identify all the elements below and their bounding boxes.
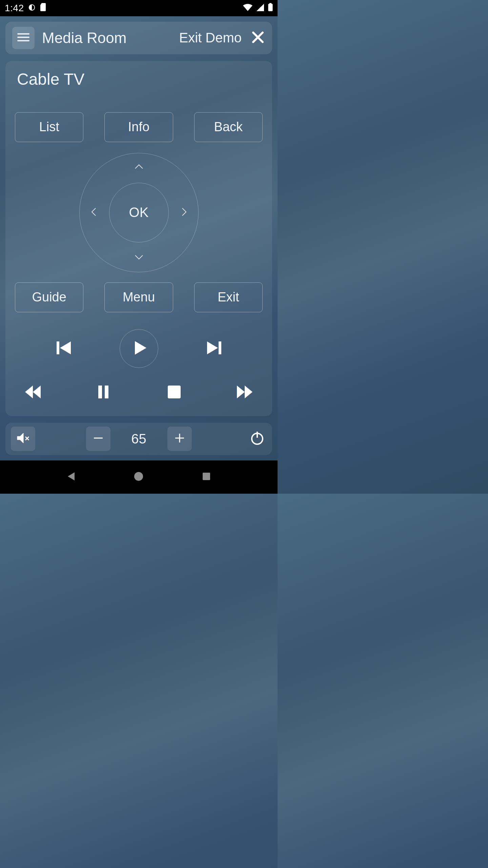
svg-point-29 <box>134 472 143 481</box>
plus-icon <box>172 431 187 447</box>
mute-button[interactable] <box>11 427 35 451</box>
close-icon <box>251 31 265 45</box>
transport-row-2 <box>15 381 263 405</box>
menu-button[interactable]: Menu <box>104 282 173 312</box>
skip-next-icon <box>205 339 223 358</box>
exit-button[interactable]: Exit <box>194 282 263 312</box>
volume-level: 65 <box>125 431 152 447</box>
transport-row-1 <box>15 329 263 368</box>
svg-marker-14 <box>33 386 41 398</box>
skip-next-button[interactable] <box>202 337 226 360</box>
guide-button[interactable]: Guide <box>15 282 83 312</box>
chevron-left-icon <box>89 207 99 218</box>
power-button[interactable] <box>248 429 267 448</box>
svg-marker-13 <box>25 386 33 398</box>
sd-card-icon <box>40 3 46 14</box>
battery-icon <box>268 3 273 14</box>
mute-icon <box>16 431 30 447</box>
chevron-up-icon <box>134 162 144 173</box>
circle-home-icon <box>134 471 144 483</box>
list-button[interactable]: List <box>15 112 83 142</box>
wifi-icon <box>243 3 252 14</box>
android-status-bar: 1:42 <box>0 0 278 16</box>
skip-previous-button[interactable] <box>52 337 76 360</box>
dpad: OK <box>79 153 199 272</box>
back-button[interactable]: Back <box>194 112 263 142</box>
pause-button[interactable] <box>92 381 115 405</box>
device-title: Cable TV <box>15 70 263 88</box>
info-button[interactable]: Info <box>104 112 173 142</box>
svg-marker-28 <box>68 472 75 480</box>
svg-rect-16 <box>105 386 108 398</box>
skip-previous-icon <box>55 339 73 358</box>
android-nav-bar <box>0 460 278 494</box>
app-header: Media Room Exit Demo <box>5 22 272 54</box>
svg-rect-2 <box>269 3 272 4</box>
svg-rect-30 <box>203 473 210 480</box>
pause-icon <box>94 383 113 402</box>
dpad-down-button[interactable] <box>130 249 147 266</box>
fast-forward-button[interactable] <box>233 381 257 405</box>
svg-rect-15 <box>98 386 102 398</box>
power-icon <box>249 430 265 447</box>
minus-icon <box>91 431 105 447</box>
android-back-button[interactable] <box>64 470 78 484</box>
device-panel: Cable TV List Info Back O <box>5 61 272 416</box>
room-title: Media Room <box>42 29 126 46</box>
play-icon <box>129 339 148 358</box>
svg-marker-19 <box>245 386 252 398</box>
svg-marker-20 <box>17 433 23 443</box>
hamburger-menu-button[interactable] <box>12 27 35 49</box>
dpad-left-button[interactable] <box>85 204 102 221</box>
stop-button[interactable] <box>162 381 186 405</box>
fast-forward-icon <box>236 383 254 402</box>
dpad-ok-button[interactable]: OK <box>109 183 169 242</box>
play-button[interactable] <box>120 329 158 368</box>
android-home-button[interactable] <box>132 470 145 484</box>
rewind-icon <box>24 383 42 402</box>
svg-rect-1 <box>268 4 272 11</box>
dpad-right-button[interactable] <box>176 204 192 221</box>
triangle-back-icon <box>66 471 77 483</box>
svg-rect-8 <box>57 341 59 354</box>
bottom-button-row: Guide Menu Exit <box>15 282 263 312</box>
android-recents-button[interactable] <box>200 470 213 484</box>
svg-marker-18 <box>237 386 245 398</box>
close-button[interactable] <box>250 31 265 45</box>
svg-marker-11 <box>207 341 218 354</box>
cellular-icon <box>257 3 264 14</box>
rewind-button[interactable] <box>21 381 45 405</box>
exit-demo-link[interactable]: Exit Demo <box>179 30 242 45</box>
square-recents-icon <box>202 472 211 482</box>
volume-down-button[interactable] <box>86 427 110 451</box>
hamburger-icon <box>17 33 29 43</box>
volume-up-button[interactable] <box>167 427 192 451</box>
svg-marker-10 <box>135 341 146 355</box>
chevron-right-icon <box>179 207 189 218</box>
app-notification-icon <box>28 3 36 14</box>
dpad-up-button[interactable] <box>130 159 147 176</box>
svg-rect-12 <box>219 341 221 354</box>
stop-icon <box>165 383 183 402</box>
chevron-down-icon <box>134 252 144 263</box>
clock: 1:42 <box>5 3 24 14</box>
footer-bar: 65 <box>5 423 272 455</box>
svg-rect-17 <box>168 386 181 398</box>
svg-marker-9 <box>60 341 71 354</box>
top-button-row: List Info Back <box>15 112 263 142</box>
